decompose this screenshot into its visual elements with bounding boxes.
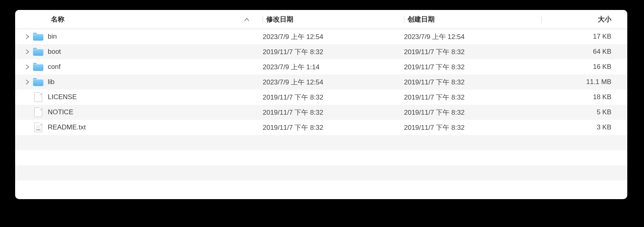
modified-date: 2019/11/7 下午 8:32 [263,123,323,132]
file-size: 5 KB [597,108,611,116]
file-size: 16 KB [593,63,611,71]
sort-ascending-icon [244,18,249,21]
disclosure-triangle-icon[interactable] [24,79,30,85]
modified-date: 2023/7/9 上午 12:54 [263,78,323,87]
file-size: 3 KB [597,123,611,131]
column-header-size[interactable]: 大小 [541,15,627,24]
created-date: 2019/11/7 下午 8:32 [404,47,464,57]
column-header-created-label: 创建日期 [408,15,435,24]
empty-row [15,165,627,180]
modified-date: 2019/11/7 下午 8:32 [263,93,323,102]
file-name: LICENSE [48,93,77,101]
empty-row [15,135,627,150]
table-row[interactable]: lib2023/7/9 上午 12:542019/11/7 下午 8:3211.… [15,74,627,90]
folder-icon [33,46,44,57]
empty-row [15,150,627,165]
modified-date: 2023/7/9 上午 1:14 [263,63,320,72]
column-header-created[interactable]: 创建日期 [400,15,541,24]
created-date: 2019/11/7 下午 8:32 [404,63,464,72]
disclosure-triangle-icon[interactable] [24,33,30,40]
folder-icon [33,61,44,72]
column-header-size-label: 大小 [598,15,611,24]
file-name: boot [48,48,61,56]
created-date: 2019/11/7 下午 8:32 [404,108,464,117]
created-date: 2023/7/9 上午 12:54 [404,32,464,41]
modified-date: 2023/7/9 上午 12:54 [263,32,323,41]
table-row[interactable]: boot2019/11/7 下午 8:322019/11/7 下午 8:3264… [15,44,627,59]
file-list: bin2023/7/9 上午 12:542023/7/9 上午 12:5417 … [15,29,627,196]
column-header-modified[interactable]: 修改日期 [259,15,400,24]
file-size: 11.1 MB [586,78,611,86]
created-date: 2019/11/7 下午 8:32 [404,123,464,132]
disclosure-triangle-icon[interactable] [24,49,30,55]
created-date: 2019/11/7 下午 8:32 [404,93,464,102]
column-header-modified-label: 修改日期 [266,15,293,24]
column-header-name[interactable]: 名称 [15,15,259,24]
column-separator [541,16,542,23]
column-separator [404,16,404,23]
column-header-row: 名称 修改日期 创建日期 大小 [15,10,627,29]
file-size: 64 KB [593,48,611,56]
folder-icon [33,31,44,42]
table-row[interactable]: conf2023/7/9 上午 1:142019/11/7 下午 8:3216 … [15,59,627,74]
modified-date: 2019/11/7 下午 8:32 [263,47,323,57]
column-header-name-label: 名称 [51,15,64,24]
file-name: bin [48,33,57,41]
table-row[interactable]: NOTICE2019/11/7 下午 8:322019/11/7 下午 8:32… [15,105,627,120]
column-separator [263,16,263,23]
folder-icon [33,76,44,88]
file-name: lib [48,78,55,86]
empty-row [15,180,627,196]
table-row[interactable]: bin2023/7/9 上午 12:542023/7/9 上午 12:5417 … [15,29,627,44]
finder-window: 名称 修改日期 创建日期 大小 bin2023/7/9 上午 12:542023… [15,10,627,199]
table-row[interactable]: LICENSE2019/11/7 下午 8:322019/11/7 下午 8:3… [15,90,627,105]
table-row[interactable]: TXTREADME.txt2019/11/7 下午 8:322019/11/7 … [15,120,627,135]
modified-date: 2019/11/7 下午 8:32 [263,108,323,117]
file-name: conf [48,63,60,71]
created-date: 2019/11/7 下午 8:32 [404,78,464,87]
disclosure-triangle-icon[interactable] [24,64,30,70]
file-name: README.txt [48,123,86,131]
text-file-icon: TXT [33,122,44,133]
file-size: 18 KB [593,93,611,101]
file-icon [33,92,44,103]
file-name: NOTICE [48,108,73,116]
file-icon [33,107,44,118]
file-size: 17 KB [593,33,611,41]
